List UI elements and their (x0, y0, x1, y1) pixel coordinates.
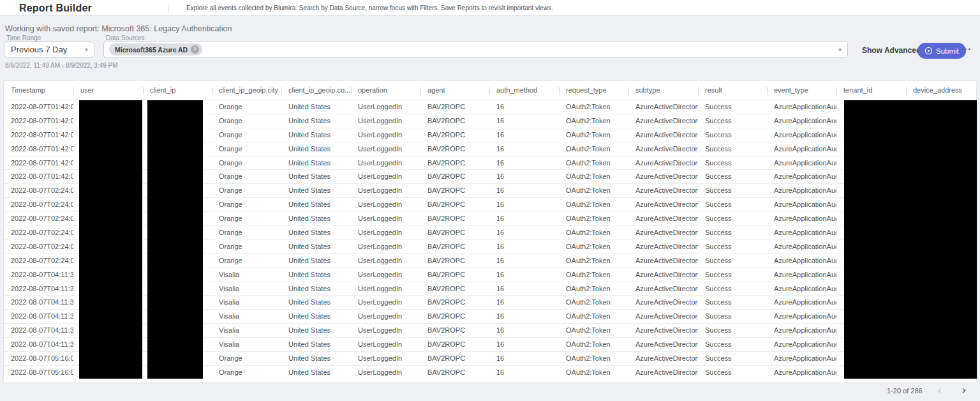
cell-operation: UserLoggedIn (351, 352, 420, 365)
cell-ts: 2022-08-07T01:42:02+0... (4, 142, 73, 156)
cell-ts: 2022-08-07T04:11:36+0... (4, 282, 73, 296)
cell-agent: BAV2ROPC (420, 226, 489, 239)
cell-subtype: AzureActiveDirectorySts... (628, 282, 698, 296)
cell-request_type: OAuth2:Token (559, 296, 628, 309)
cell-event_type: AzureApplicationAuditE... (767, 254, 836, 268)
cell-city: Orange (212, 366, 281, 379)
cell-city: Orange (212, 184, 281, 197)
cell-ts: 2022-08-07T04:11:36+0... (4, 268, 73, 282)
cell-agent: BAV2ROPC (420, 268, 489, 282)
cell-country: United States (281, 128, 351, 142)
cell-operation: UserLoggedIn (351, 114, 420, 128)
cell-agent: BAV2ROPC (420, 296, 489, 309)
chip-remove-icon[interactable]: × (191, 45, 199, 54)
cell-request_type: OAuth2:Token (559, 128, 628, 142)
cell-result: Success (698, 324, 767, 337)
data-sources-input[interactable]: Microsoft365 Azure AD × ▾ (103, 41, 848, 58)
cell-city: Visalia (212, 338, 281, 351)
cell-request_type: OAuth2:Token (559, 338, 628, 351)
cell-result: Success (698, 296, 767, 309)
cell-operation: UserLoggedIn (351, 296, 420, 309)
submit-button[interactable]: Submit (917, 43, 966, 59)
chevron-down-icon: ▾ (838, 42, 842, 57)
cell-agent: BAV2ROPC (420, 114, 489, 128)
cell-agent: BAV2ROPC (420, 170, 489, 183)
cell-city: Orange (212, 170, 281, 183)
cell-city: Visalia (212, 268, 281, 282)
cell-operation: UserLoggedIn (351, 184, 420, 197)
column-header-agent[interactable]: agent (420, 81, 489, 100)
cell-operation: UserLoggedIn (351, 156, 420, 170)
column-header-auth_method[interactable]: auth_method (489, 81, 559, 100)
cell-operation: UserLoggedIn (351, 212, 420, 225)
data-source-chip[interactable]: Microsoft365 Azure AD × (109, 43, 202, 56)
column-header-operation[interactable]: operation (351, 81, 420, 100)
column-header-subtype[interactable]: subtype (628, 81, 698, 100)
play-circle-icon (924, 47, 933, 55)
page-description: Explore all events collected by Blumira.… (186, 0, 553, 16)
cell-country: United States (281, 170, 351, 183)
cell-agent: BAV2ROPC (420, 128, 489, 142)
cell-result: Success (698, 184, 767, 197)
cell-auth_method: 16 (489, 254, 559, 268)
cell-country: United States (281, 366, 351, 379)
table-header-row: Timestampuserclient_ipclient_ip_geoip.ci… (4, 81, 976, 100)
cell-agent: BAV2ROPC (420, 310, 489, 323)
cell-ts: 2022-08-07T01:42:02+0... (4, 156, 73, 170)
cell-result: Success (698, 212, 767, 225)
cell-ts: 2022-08-07T04:11:36+0... (4, 310, 73, 323)
column-header-tenant_id[interactable]: tenant_id (836, 81, 906, 100)
column-header-client_ip[interactable]: client_ip (143, 81, 212, 100)
column-header-request_type[interactable]: request_type (559, 81, 628, 100)
chevron-right-icon[interactable]: › (962, 382, 966, 398)
column-header-ts[interactable]: Timestamp (4, 81, 73, 100)
cell-agent: BAV2ROPC (420, 184, 489, 197)
cell-country: United States (281, 338, 351, 351)
redaction-box-client-ip (147, 100, 203, 379)
cell-operation: UserLoggedIn (351, 282, 420, 296)
column-header-country[interactable]: client_ip_geoip.co... (281, 81, 351, 100)
cell-country: United States (281, 142, 351, 156)
column-header-event_type[interactable]: event_type (767, 81, 836, 100)
show-advanced-button[interactable]: Show Advanced (862, 43, 921, 59)
time-range-select[interactable]: Previous 7 Day ▾ (4, 42, 94, 57)
cell-operation: UserLoggedIn (351, 338, 420, 351)
cell-country: United States (281, 324, 351, 337)
cell-event_type: AzureApplicationAuditE... (767, 156, 836, 170)
cell-auth_method: 16 (489, 128, 559, 142)
cell-request_type: OAuth2:Token (559, 198, 628, 211)
cell-event_type: AzureApplicationAuditE... (767, 100, 836, 114)
page-title: Report Builder (19, 0, 92, 16)
cell-event_type: AzureApplicationAuditE... (767, 184, 836, 197)
working-report-label: Working with saved report: Microsoft 365… (5, 24, 232, 33)
column-header-device_address[interactable]: device_address (906, 81, 976, 100)
cell-request_type: OAuth2:Token (559, 366, 628, 379)
time-range-label: Time Range (6, 34, 41, 42)
cell-event_type: AzureApplicationAuditE... (767, 170, 836, 183)
cell-agent: BAV2ROPC (420, 324, 489, 337)
cell-agent: BAV2ROPC (420, 198, 489, 211)
resolved-date-range: 8/9/2022, 11:49 AM - 8/9/2022, 3:49 PM (5, 62, 118, 69)
cell-result: Success (698, 240, 767, 253)
cell-event_type: AzureApplicationAuditE... (767, 352, 836, 365)
cell-request_type: OAuth2:Token (559, 310, 628, 323)
cell-country: United States (281, 352, 351, 365)
cell-ts: 2022-08-07T01:42:02+0... (4, 128, 73, 142)
chevron-left-icon[interactable]: ‹ (938, 382, 942, 398)
cell-operation: UserLoggedIn (351, 100, 420, 114)
cell-country: United States (281, 114, 351, 128)
cell-ts: 2022-08-07T02:24:02+0... (4, 184, 73, 197)
column-header-user[interactable]: user (73, 81, 143, 100)
column-header-city[interactable]: client_ip_geoip.city (212, 81, 281, 100)
cell-country: United States (281, 212, 351, 225)
cell-operation: UserLoggedIn (351, 240, 420, 253)
cell-event_type: AzureApplicationAuditE... (767, 324, 836, 337)
cell-city: Orange (212, 254, 281, 268)
cell-subtype: AzureActiveDirectorySts... (628, 128, 698, 142)
cell-request_type: OAuth2:Token (559, 184, 628, 197)
cell-ts: 2022-08-07T04:11:36+0... (4, 324, 73, 337)
more-options-button[interactable]: ··· (961, 42, 972, 57)
column-header-result[interactable]: result (698, 81, 767, 100)
cell-city: Visalia (212, 296, 281, 309)
cell-auth_method: 16 (489, 198, 559, 211)
